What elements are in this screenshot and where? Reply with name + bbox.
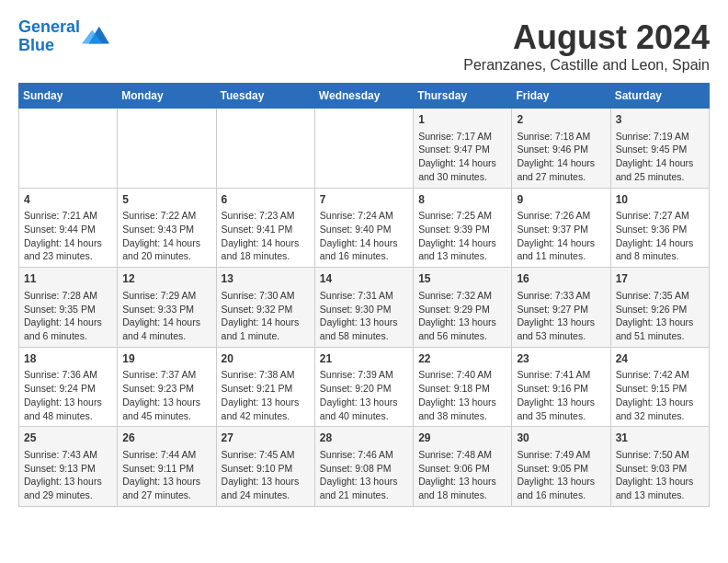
day-info-line: Sunset: 9:24 PM (24, 382, 112, 396)
day-info-line: Sunset: 9:23 PM (122, 382, 210, 396)
day-info-line: Daylight: 13 hours (616, 475, 704, 488)
day-info-line: Sunset: 9:43 PM (122, 223, 210, 236)
day-info-line: Sunset: 9:36 PM (616, 223, 704, 236)
calendar-cell: 9Sunrise: 7:26 AMSunset: 9:37 PMDaylight… (512, 188, 610, 268)
day-info-line: Sunrise: 7:40 AM (418, 368, 506, 382)
weekday-header-saturday: Saturday (610, 84, 709, 109)
day-info-line: Daylight: 13 hours (418, 316, 506, 329)
day-info-line: and 38 minutes. (418, 409, 506, 423)
day-info-line: Sunrise: 7:36 AM (24, 368, 112, 382)
day-number: 5 (122, 192, 210, 208)
day-info-line: Sunrise: 7:30 AM (222, 289, 310, 303)
day-info-line: Sunset: 9:37 PM (517, 223, 605, 236)
day-info-line: Sunrise: 7:50 AM (616, 448, 704, 462)
day-info-line: Daylight: 13 hours (24, 475, 112, 488)
day-info-line: Sunset: 9:44 PM (24, 223, 112, 236)
day-number: 16 (517, 271, 605, 287)
calendar-week-4: 18Sunrise: 7:36 AMSunset: 9:24 PMDayligh… (19, 347, 710, 427)
day-info-line: Daylight: 14 hours (616, 156, 704, 170)
day-number: 18 (24, 351, 112, 367)
day-info-line: Sunrise: 7:18 AM (517, 130, 605, 144)
calendar-cell: 1Sunrise: 7:17 AMSunset: 9:47 PMDaylight… (414, 109, 512, 189)
calendar-cell: 16Sunrise: 7:33 AMSunset: 9:27 PMDayligh… (512, 268, 610, 348)
day-info-line: Sunset: 9:35 PM (24, 303, 112, 316)
weekday-header-thursday: Thursday (414, 84, 512, 109)
calendar-week-5: 25Sunrise: 7:43 AMSunset: 9:13 PMDayligh… (19, 427, 710, 507)
day-info-line: and 18 minutes. (418, 488, 506, 502)
day-number: 9 (517, 192, 605, 208)
calendar-cell: 20Sunrise: 7:38 AMSunset: 9:21 PMDayligh… (216, 347, 314, 427)
day-info-line: Sunrise: 7:35 AM (616, 289, 704, 303)
day-info-line: Sunrise: 7:37 AM (122, 368, 210, 382)
day-info-line: Daylight: 13 hours (517, 316, 605, 329)
day-info-line: Daylight: 13 hours (320, 316, 408, 329)
day-info-line: and 16 minutes. (320, 249, 408, 263)
day-info-line: Sunset: 9:06 PM (418, 462, 506, 476)
day-info-line: Sunset: 9:08 PM (320, 462, 408, 476)
day-number: 15 (418, 271, 506, 287)
day-info-line: Sunset: 9:33 PM (122, 303, 210, 316)
day-info-line: Daylight: 14 hours (122, 316, 210, 329)
day-info-line: and 29 minutes. (24, 488, 112, 502)
weekday-header-friday: Friday (512, 84, 610, 109)
day-info-line: and 6 minutes. (24, 329, 112, 343)
day-info-line: Daylight: 14 hours (418, 156, 506, 170)
day-info-line: Sunrise: 7:23 AM (222, 209, 310, 223)
day-info-line: Sunrise: 7:38 AM (222, 368, 310, 382)
calendar-cell: 29Sunrise: 7:48 AMSunset: 9:06 PMDayligh… (414, 427, 512, 507)
calendar-cell: 22Sunrise: 7:40 AMSunset: 9:18 PMDayligh… (414, 347, 512, 427)
calendar-cell: 11Sunrise: 7:28 AMSunset: 9:35 PMDayligh… (19, 268, 118, 348)
day-info-line: and 42 minutes. (222, 409, 310, 423)
calendar-cell: 2Sunrise: 7:18 AMSunset: 9:46 PMDaylight… (512, 109, 610, 189)
page-header: GeneralBlue August 2024 Peranzanes, Cast… (18, 18, 710, 74)
day-info-line: Sunset: 9:05 PM (517, 462, 605, 476)
day-info-line: and 56 minutes. (418, 329, 506, 343)
day-number: 19 (122, 351, 210, 367)
logo-icon (82, 23, 109, 51)
day-info-line: Sunrise: 7:24 AM (320, 209, 408, 223)
day-info-line: Daylight: 14 hours (517, 236, 605, 250)
day-info-line: Sunrise: 7:48 AM (418, 448, 506, 462)
day-info-line: Daylight: 13 hours (616, 396, 704, 409)
day-info-line: Sunrise: 7:31 AM (320, 289, 408, 303)
day-info-line: Daylight: 13 hours (517, 396, 605, 409)
day-info-line: Sunrise: 7:26 AM (517, 209, 605, 223)
day-number: 20 (222, 351, 310, 367)
day-number: 21 (320, 351, 408, 367)
day-number: 25 (24, 431, 112, 446)
day-info-line: and 27 minutes. (122, 488, 210, 502)
day-info-line: Daylight: 13 hours (418, 475, 506, 488)
day-info-line: Daylight: 13 hours (222, 475, 310, 488)
day-info-line: and 1 minute. (222, 329, 310, 343)
day-info-line: Sunrise: 7:32 AM (418, 289, 506, 303)
day-number: 22 (418, 351, 506, 367)
title-area: August 2024 Peranzanes, Castille and Leo… (463, 18, 710, 74)
day-number: 23 (517, 351, 605, 367)
day-number: 12 (122, 271, 210, 287)
day-info-line: Daylight: 13 hours (222, 396, 310, 409)
day-info-line: Sunrise: 7:27 AM (616, 209, 704, 223)
day-number: 3 (616, 112, 704, 128)
day-info-line: and 21 minutes. (320, 488, 408, 502)
calendar-title: August 2024 (463, 18, 710, 57)
day-info-line: and 8 minutes. (616, 249, 704, 263)
calendar-cell: 18Sunrise: 7:36 AMSunset: 9:24 PMDayligh… (19, 347, 118, 427)
day-number: 10 (616, 192, 704, 208)
weekday-header-sunday: Sunday (19, 84, 118, 109)
day-info-line: Sunset: 9:18 PM (418, 382, 506, 396)
day-info-line: Daylight: 14 hours (24, 236, 112, 250)
calendar-cell: 17Sunrise: 7:35 AMSunset: 9:26 PMDayligh… (610, 268, 709, 348)
calendar-cell: 25Sunrise: 7:43 AMSunset: 9:13 PMDayligh… (19, 427, 118, 507)
day-number: 31 (616, 431, 704, 446)
day-number: 28 (320, 431, 408, 446)
calendar-week-2: 4Sunrise: 7:21 AMSunset: 9:44 PMDaylight… (19, 188, 710, 268)
calendar-cell: 27Sunrise: 7:45 AMSunset: 9:10 PMDayligh… (216, 427, 314, 507)
day-info-line: and 48 minutes. (24, 409, 112, 423)
day-info-line: Daylight: 13 hours (24, 396, 112, 409)
day-info-line: and 51 minutes. (616, 329, 704, 343)
weekday-header-tuesday: Tuesday (216, 84, 314, 109)
day-number: 24 (616, 351, 704, 367)
calendar-cell: 3Sunrise: 7:19 AMSunset: 9:45 PMDaylight… (610, 109, 709, 189)
day-info-line: and 24 minutes. (222, 488, 310, 502)
day-info-line: and 35 minutes. (517, 409, 605, 423)
